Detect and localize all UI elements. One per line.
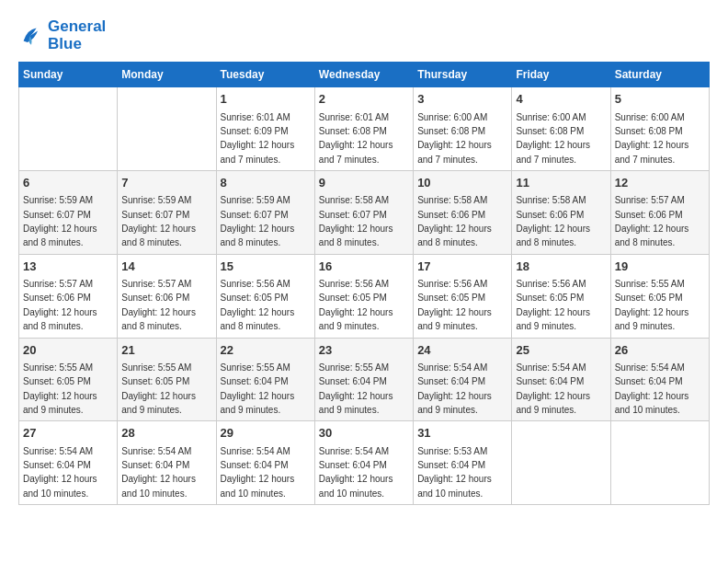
day-number: 30 (319, 425, 409, 442)
week-row-2: 6Sunrise: 5:59 AMSunset: 6:07 PMDaylight… (19, 171, 710, 255)
day-number: 27 (23, 425, 113, 442)
sunrise-text: Sunrise: 6:00 AM (417, 112, 487, 122)
daylight-text: Daylight: 12 hours and 8 minutes. (121, 224, 196, 247)
day-cell: 4Sunrise: 6:00 AMSunset: 6:08 PMDaylight… (512, 87, 610, 171)
day-cell: 16Sunrise: 5:56 AMSunset: 6:05 PMDayligh… (314, 254, 413, 338)
sunrise-text: Sunrise: 5:56 AM (319, 279, 389, 289)
daylight-text: Daylight: 12 hours and 9 minutes. (516, 391, 590, 415)
day-number: 26 (615, 342, 705, 359)
day-number: 16 (319, 259, 409, 275)
sunrise-text: Sunrise: 6:00 AM (516, 112, 586, 122)
day-number: 21 (121, 342, 211, 359)
daylight-text: Daylight: 12 hours and 7 minutes. (516, 140, 590, 164)
sunrise-text: Sunrise: 5:58 AM (417, 195, 487, 205)
daylight-text: Daylight: 12 hours and 8 minutes. (23, 307, 97, 331)
daylight-text: Daylight: 12 hours and 9 minutes. (417, 307, 492, 331)
daylight-text: Daylight: 12 hours and 9 minutes. (417, 391, 492, 415)
sunset-text: Sunset: 6:04 PM (615, 376, 683, 386)
sunset-text: Sunset: 6:04 PM (417, 460, 485, 470)
logo: General Blue (18, 18, 106, 52)
sunrise-text: Sunrise: 5:58 AM (516, 195, 586, 205)
sunrise-text: Sunrise: 5:54 AM (221, 446, 290, 456)
daylight-text: Daylight: 12 hours and 10 minutes. (615, 391, 689, 415)
daylight-text: Daylight: 12 hours and 9 minutes. (221, 391, 295, 415)
day-cell: 10Sunrise: 5:58 AMSunset: 6:06 PMDayligh… (414, 171, 512, 255)
sunset-text: Sunset: 6:06 PM (516, 210, 584, 220)
sunset-text: Sunset: 6:07 PM (319, 210, 387, 220)
sunset-text: Sunset: 6:06 PM (23, 293, 91, 303)
sunrise-text: Sunrise: 5:54 AM (417, 362, 487, 373)
sunset-text: Sunset: 6:07 PM (121, 210, 189, 220)
daylight-text: Daylight: 12 hours and 10 minutes. (121, 474, 196, 498)
day-number: 20 (23, 342, 113, 359)
daylight-text: Daylight: 12 hours and 7 minutes. (221, 140, 295, 164)
day-cell: 11Sunrise: 5:58 AMSunset: 6:06 PMDayligh… (512, 171, 610, 255)
sunset-text: Sunset: 6:08 PM (516, 126, 584, 136)
calendar-header: SundayMondayTuesdayWednesdayThursdayFrid… (19, 63, 710, 87)
daylight-text: Daylight: 12 hours and 9 minutes. (615, 307, 689, 331)
week-row-5: 27Sunrise: 5:54 AMSunset: 6:04 PMDayligh… (19, 421, 710, 505)
sunrise-text: Sunrise: 5:56 AM (516, 279, 586, 289)
daylight-text: Daylight: 12 hours and 9 minutes. (319, 307, 393, 331)
sunrise-text: Sunrise: 5:57 AM (23, 279, 93, 289)
sunrise-text: Sunrise: 5:54 AM (615, 362, 685, 373)
daylight-text: Daylight: 12 hours and 8 minutes. (221, 307, 295, 331)
day-header-thursday: Thursday (414, 63, 512, 87)
day-number: 18 (516, 259, 606, 275)
day-number: 1 (221, 91, 311, 108)
sunrise-text: Sunrise: 5:59 AM (23, 195, 93, 205)
sunset-text: Sunset: 6:04 PM (221, 460, 289, 470)
sunset-text: Sunset: 6:07 PM (23, 210, 91, 220)
sunset-text: Sunset: 6:05 PM (23, 376, 91, 386)
day-header-tuesday: Tuesday (216, 63, 314, 87)
sunrise-text: Sunrise: 5:57 AM (121, 279, 191, 289)
day-header-monday: Monday (118, 63, 216, 87)
day-number: 13 (23, 259, 113, 275)
day-number: 17 (417, 259, 507, 275)
sunset-text: Sunset: 6:08 PM (417, 126, 485, 136)
sunrise-text: Sunrise: 5:55 AM (615, 279, 685, 289)
sunset-text: Sunset: 6:04 PM (516, 376, 584, 386)
daylight-text: Daylight: 12 hours and 7 minutes. (615, 140, 689, 164)
day-header-wednesday: Wednesday (314, 63, 413, 87)
day-number: 23 (319, 342, 409, 359)
sunset-text: Sunset: 6:05 PM (319, 293, 387, 303)
header-row: SundayMondayTuesdayWednesdayThursdayFrid… (19, 63, 710, 87)
sunset-text: Sunset: 6:08 PM (319, 126, 387, 136)
day-cell: 26Sunrise: 5:54 AMSunset: 6:04 PMDayligh… (610, 338, 709, 421)
day-number: 10 (417, 175, 507, 191)
sunset-text: Sunset: 6:06 PM (417, 210, 485, 220)
sunrise-text: Sunrise: 5:55 AM (121, 362, 191, 373)
sunset-text: Sunset: 6:04 PM (319, 460, 387, 470)
daylight-text: Daylight: 12 hours and 8 minutes. (417, 224, 492, 247)
sunrise-text: Sunrise: 5:54 AM (121, 446, 191, 456)
day-number: 22 (221, 342, 311, 359)
calendar-table: SundayMondayTuesdayWednesdayThursdayFrid… (18, 62, 710, 505)
day-cell: 14Sunrise: 5:57 AMSunset: 6:06 PMDayligh… (118, 254, 216, 338)
day-cell: 1Sunrise: 6:01 AMSunset: 6:09 PMDaylight… (216, 87, 314, 171)
sunset-text: Sunset: 6:07 PM (221, 210, 289, 220)
week-row-4: 20Sunrise: 5:55 AMSunset: 6:05 PMDayligh… (19, 338, 710, 421)
sunrise-text: Sunrise: 5:55 AM (221, 362, 290, 373)
day-number: 14 (121, 259, 211, 275)
daylight-text: Daylight: 12 hours and 8 minutes. (615, 224, 689, 247)
day-cell: 8Sunrise: 5:59 AMSunset: 6:07 PMDaylight… (216, 171, 314, 255)
sunset-text: Sunset: 6:09 PM (221, 126, 289, 136)
day-number: 19 (615, 259, 705, 275)
day-number: 7 (121, 175, 211, 191)
sunrise-text: Sunrise: 5:56 AM (417, 279, 487, 289)
sunrise-text: Sunrise: 5:54 AM (23, 446, 93, 456)
day-number: 11 (516, 175, 606, 191)
sunset-text: Sunset: 6:06 PM (121, 293, 189, 303)
daylight-text: Daylight: 12 hours and 10 minutes. (23, 474, 97, 498)
day-cell (512, 421, 610, 505)
day-cell: 12Sunrise: 5:57 AMSunset: 6:06 PMDayligh… (610, 171, 709, 255)
sunrise-text: Sunrise: 6:01 AM (221, 112, 290, 122)
day-number: 9 (319, 175, 409, 191)
day-number: 24 (417, 342, 507, 359)
daylight-text: Daylight: 12 hours and 8 minutes. (23, 224, 97, 247)
sunrise-text: Sunrise: 5:58 AM (319, 195, 389, 205)
day-cell: 21Sunrise: 5:55 AMSunset: 6:05 PMDayligh… (118, 338, 216, 421)
sunrise-text: Sunrise: 6:01 AM (319, 112, 389, 122)
daylight-text: Daylight: 12 hours and 9 minutes. (121, 391, 196, 415)
